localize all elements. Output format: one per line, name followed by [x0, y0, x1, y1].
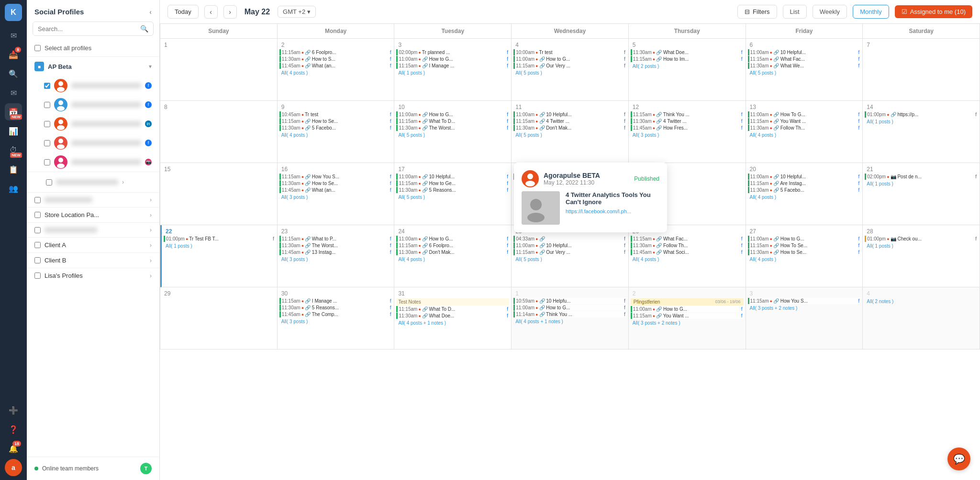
profile-checkbox-5[interactable]: [44, 159, 50, 165]
all-posts-link[interactable]: All( 4 posts + 1 notes ): [513, 318, 626, 325]
post-item[interactable]: 11:00am●🔗 10 Helpful...f: [748, 49, 861, 55]
post-item[interactable]: 11:15am●🔗 I Manage ...f: [279, 298, 392, 304]
post-item[interactable]: 11:30am●🔗 How to S...f: [279, 56, 392, 62]
post-item[interactable]: 11:15am●🔗 6 Foolpro...f: [279, 49, 392, 55]
post-item[interactable]: 11:00am●🔗 10 Helpful...f: [513, 111, 626, 118]
post-item[interactable]: 11:15am●🔗 How To Se...f: [748, 242, 861, 249]
post-item[interactable]: 11:15am●🔗 How You S...f: [279, 174, 392, 180]
all-posts-link[interactable]: All( 1 posts ): [865, 242, 978, 250]
weekly-view-button[interactable]: Weekly: [813, 5, 847, 19]
store-checkbox[interactable]: [34, 212, 41, 218]
blurred-group-checkbox-1[interactable]: [46, 179, 52, 185]
profile-checkbox-3[interactable]: [44, 121, 50, 127]
all-posts-link[interactable]: All( 4 posts ): [748, 256, 861, 263]
post-item[interactable]: 11:15am●🔗 What To D...f: [396, 118, 509, 124]
post-item[interactable]: 11:15am●🔗 Think You ...f: [631, 111, 744, 118]
agorapulse-button[interactable]: a: [5, 459, 22, 476]
post-item[interactable]: 11:00am●🔗 10 Helpful...f: [396, 174, 509, 180]
select-all-checkbox[interactable]: [34, 45, 41, 51]
post-item[interactable]: 11:00am●🔗 10 Helpful...f: [748, 174, 861, 180]
post-item[interactable]: 11:30am●🔗 5 Reasons...f: [279, 305, 392, 311]
post-item[interactable]: 11:45am●🔗 The Comp...f: [279, 311, 392, 317]
all-posts-link[interactable]: All( 5 posts ): [513, 69, 626, 76]
profile-group-header-ap-beta[interactable]: ■ AP Beta ▾: [27, 57, 159, 76]
post-item[interactable]: 11:00am●🔗 How to G...f: [513, 305, 626, 311]
nav-help[interactable]: ❓: [5, 421, 22, 438]
all-posts-link[interactable]: All( 4 posts ): [279, 131, 392, 139]
post-item[interactable]: 01:00pm●Tr Test FB T...f: [164, 236, 275, 242]
popup-link[interactable]: https://l.facebook.com/l.ph...: [566, 208, 659, 214]
nav-users[interactable]: 👥: [5, 180, 22, 197]
nav-speed[interactable]: ⏱ NEW: [5, 142, 22, 159]
profile-checkbox-4[interactable]: [44, 140, 50, 146]
post-item[interactable]: 11:45am●🔗 What Soci...f: [631, 249, 744, 255]
all-posts-link[interactable]: All( 5 posts ): [748, 69, 861, 76]
post-item[interactable]: 10:59am●🔗 10 Helpfu...f: [513, 298, 626, 304]
all-posts-link[interactable]: All( 2 notes ): [865, 298, 978, 305]
post-item[interactable]: 11:30am●🔗 The Worst...f: [279, 242, 392, 249]
post-item[interactable]: 11:30am●🔗 Don't Mak...f: [396, 249, 509, 255]
filters-button[interactable]: ⊟ Filters: [737, 5, 777, 19]
post-item[interactable]: 11:15am●🔗 Our Very ...f: [513, 63, 626, 69]
all-posts-link[interactable]: All( 3 posts ): [631, 131, 744, 139]
profile-checkbox-1[interactable]: [44, 83, 50, 89]
post-item[interactable]: 11:15am●🔗 Are Instag...f: [748, 180, 861, 186]
post-item[interactable]: 02:00pm●Tr planned ...f: [396, 49, 509, 55]
post-item[interactable]: 11:00am●🔗 How to G...f: [396, 56, 509, 62]
sidebar-collapse-btn[interactable]: ‹: [149, 8, 152, 16]
all-posts-link[interactable]: All( 3 posts ): [279, 256, 392, 263]
post-item[interactable]: 11:30am●🔗 What We...f: [748, 63, 861, 69]
all-posts-link[interactable]: All( 1 posts ): [396, 69, 509, 76]
post-item[interactable]: 11:45am●🔗 What (an...f: [279, 187, 392, 193]
post-item[interactable]: 11:30am●🔗 How to Se...f: [279, 180, 392, 186]
all-posts-link[interactable]: All( 5 posts ): [396, 131, 509, 139]
post-item[interactable]: 11:30am●🔗 What Doe...f: [396, 313, 509, 319]
nav-reports[interactable]: 📊: [5, 122, 22, 140]
prev-button[interactable]: ‹: [204, 5, 218, 19]
post-item[interactable]: 11:00am●🔗 How to G...f: [513, 56, 626, 62]
all-posts-link[interactable]: All( 1 posts ): [164, 242, 275, 250]
post-item[interactable]: 11:15am●🔗 What to P...f: [279, 236, 392, 242]
all-posts-link[interactable]: All( 3 posts + 2 notes ): [748, 305, 861, 312]
post-item[interactable]: 11:15am●🔗 6 Foolpro...f: [396, 242, 509, 249]
post-item[interactable]: 11:45am●🔗 What (an...f: [279, 63, 392, 69]
timezone-selector[interactable]: GMT +2 ▾: [278, 6, 316, 18]
nav-notifications[interactable]: 🔔 18: [5, 440, 22, 457]
post-item[interactable]: 11:15am●🔗 4 Twitter ...f: [513, 118, 626, 124]
client-a-checkbox[interactable]: [34, 242, 41, 248]
post-item[interactable]: 11:00am●🔗 How to G...f: [396, 111, 509, 118]
nav-publish[interactable]: ✉: [5, 84, 22, 101]
post-item[interactable]: 11:00am●🔗 10 Helpful...f: [513, 242, 626, 249]
all-posts-link[interactable]: All( 5 posts ): [513, 256, 626, 263]
nav-tasks[interactable]: 📋: [5, 161, 22, 178]
all-posts-link[interactable]: All( 4 posts ): [631, 256, 744, 263]
post-item[interactable]: 11:15am●🔗 How to Im...f: [631, 56, 744, 62]
post-item[interactable]: 11:15am●🔗 How to Ge...f: [396, 180, 509, 186]
post-item[interactable]: 11:15am●🔗 What Fac...f: [748, 56, 861, 62]
post-item[interactable]: 11:30am●🔗 Don't Mak...f: [513, 125, 626, 131]
post-item[interactable]: 10:00am●Tr testf: [513, 49, 626, 55]
post-item[interactable]: 11:15am●🔗 Our Very ...f: [513, 249, 626, 255]
client-b-checkbox[interactable]: [34, 257, 41, 263]
assigned-button[interactable]: ☑ Assigned to me (10): [895, 5, 972, 18]
all-posts-link[interactable]: All( 4 posts ): [748, 194, 861, 201]
post-item[interactable]: 11:30am●🔗 What Doe...f: [631, 49, 744, 55]
profile-checkbox-2[interactable]: [44, 102, 50, 108]
search-input[interactable]: [38, 25, 137, 33]
all-posts-link[interactable]: All( 3 posts ): [279, 194, 392, 201]
all-posts-link[interactable]: All( 4 posts + 1 notes ): [396, 319, 509, 327]
post-item[interactable]: 11:45am●🔗 How Fres...f: [631, 125, 744, 131]
all-posts-link[interactable]: All( 4 posts ): [279, 69, 392, 76]
all-posts-link[interactable]: All( 2 posts ): [631, 63, 744, 70]
today-button[interactable]: Today: [167, 5, 199, 19]
post-item[interactable]: 11:15am●🔗 What Fac...f: [631, 236, 744, 242]
nav-inbox[interactable]: 📥 8: [5, 46, 22, 63]
all-posts-link[interactable]: All( 3 posts + 2 notes ): [631, 319, 744, 327]
post-item[interactable]: 01:00pm●📷 Check ou...f: [865, 236, 978, 242]
nav-calendar[interactable]: 📅 NEW: [5, 103, 22, 120]
post-item[interactable]: 11:30am●🔗 How to Se...f: [748, 249, 861, 255]
post-item[interactable]: 11:30am●🔗 The Worst...f: [396, 125, 509, 131]
post-item[interactable]: 11:15am●🔗 How You S...f: [748, 298, 861, 304]
blurred-group-checkbox-3[interactable]: [34, 227, 41, 233]
post-item[interactable]: 02:00pm●📷 Post de n...f: [865, 174, 978, 180]
